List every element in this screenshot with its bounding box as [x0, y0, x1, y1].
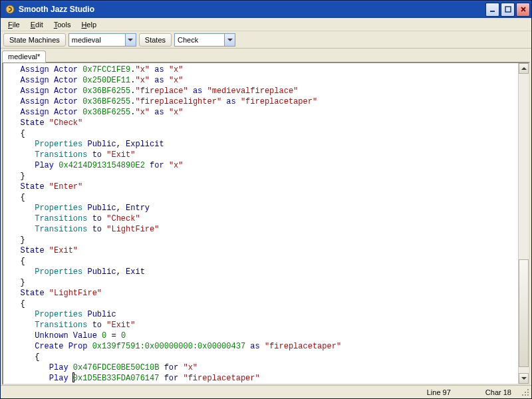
code-editor[interactable]: Assign Actor 0x7FCC1FE9."x" as "x" Assig…: [3, 63, 518, 384]
editor-container: Assign Actor 0x7FCC1FE9."x" as "x" Assig…: [2, 62, 530, 385]
menu-edit[interactable]: Edit: [26, 19, 48, 30]
svg-rect-3: [527, 389, 529, 390]
tab-medieval[interactable]: medieval*: [2, 51, 46, 63]
chevron-down-icon: [224, 34, 235, 46]
svg-rect-7: [525, 394, 526, 396]
machine-combo[interactable]: medieval: [68, 33, 136, 47]
menu-file[interactable]: Filedocument.currentScript.previousEleme…: [3, 19, 25, 30]
menu-bar: Filedocument.currentScript.previousEleme…: [1, 18, 531, 31]
scroll-down-icon[interactable]: [519, 373, 529, 384]
svg-point-0: [6, 5, 14, 13]
resize-grip-icon[interactable]: [521, 388, 530, 397]
title-bar: Smooth Jazz Studio: [1, 1, 531, 18]
status-char: Char 18: [481, 388, 515, 396]
close-button[interactable]: [516, 3, 530, 17]
state-machines-button[interactable]: State Machines: [3, 33, 66, 47]
toolbar: State Machines medieval States Check: [1, 31, 531, 49]
menu-help[interactable]: Help: [76, 19, 101, 30]
svg-rect-4: [527, 392, 529, 393]
svg-rect-8: [522, 394, 523, 396]
chevron-down-icon: [125, 34, 136, 46]
svg-rect-2: [505, 7, 511, 12]
svg-rect-1: [490, 11, 495, 12]
maximize-button[interactable]: [501, 3, 515, 17]
app-icon: [5, 4, 15, 15]
svg-rect-6: [527, 394, 529, 396]
svg-rect-5: [525, 392, 526, 393]
states-button[interactable]: States: [139, 33, 172, 47]
menu-tools[interactable]: Tools: [49, 19, 76, 30]
scroll-up-icon[interactable]: [519, 63, 529, 74]
status-bar: Line 97 Char 18: [1, 385, 531, 398]
status-line: Line 97: [423, 388, 455, 396]
window-title: Smooth Jazz Studio: [19, 5, 484, 14]
minimize-button[interactable]: [485, 3, 499, 17]
scrollbar-track[interactable]: [519, 74, 529, 373]
tab-strip: medieval*: [1, 49, 531, 62]
state-combo[interactable]: Check: [174, 33, 235, 47]
scrollbar-thumb[interactable]: [519, 259, 529, 367]
vertical-scrollbar[interactable]: [518, 63, 529, 384]
